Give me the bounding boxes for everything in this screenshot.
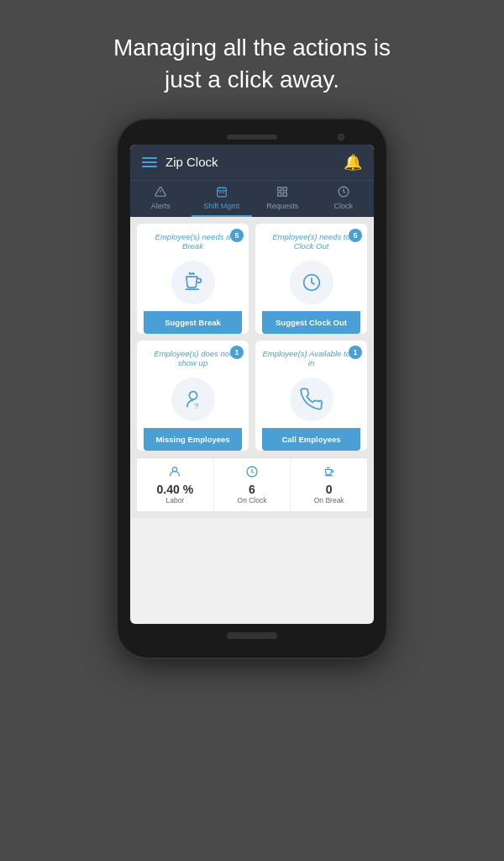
tab-alerts[interactable]: Alerts	[130, 181, 192, 217]
call-employees-icon-circle	[290, 378, 333, 421]
card-row-1: 5 Employee(s) needs a Break	[137, 224, 367, 334]
tab-clock[interactable]: Clock	[313, 181, 375, 217]
speaker-grille	[227, 135, 277, 140]
footer-labor-value: 0.40 %	[157, 483, 194, 496]
tab-shift-mgmt-label: Shift Mgmt	[203, 202, 239, 210]
missing-employees-icon-circle: ?	[171, 378, 215, 421]
svg-text:?: ?	[194, 401, 198, 409]
notification-bell-icon[interactable]: 🔔	[344, 153, 362, 172]
suggest-break-button[interactable]: Suggest Break	[144, 311, 242, 334]
volume-down-button	[114, 233, 118, 262]
suggest-clock-out-badge: 5	[349, 229, 362, 242]
tab-clock-label: Clock	[333, 202, 353, 210]
svg-rect-11	[278, 193, 281, 196]
main-content: 5 Employee(s) needs a Break	[130, 217, 374, 518]
suggest-break-icon-circle	[171, 261, 215, 304]
footer-on-clock-value: 6	[249, 483, 255, 496]
clock-small-icon	[245, 465, 259, 482]
tab-requests[interactable]: Requests	[252, 181, 313, 217]
phone-top-bar	[126, 135, 378, 140]
power-button	[386, 220, 390, 254]
hamburger-menu-button[interactable]	[142, 157, 157, 167]
suggest-clock-out-card: 5 Employee(s) needs to Clock Out Suggest…	[255, 224, 367, 334]
footer-labor-row	[168, 465, 181, 483]
card-row-2: 1 Employee(s) does not show up ? Missing…	[137, 341, 367, 451]
alerts-tab-icon	[155, 186, 166, 200]
footer-on-break-row	[323, 465, 336, 483]
svg-rect-9	[278, 187, 281, 190]
tab-shift-mgmt[interactable]: Shift Mgmt	[192, 181, 253, 217]
suggest-break-badge: 5	[230, 229, 244, 242]
footer-labor: 0.40 % Labor	[137, 458, 214, 511]
suggest-break-card: 5 Employee(s) needs a Break	[137, 224, 249, 334]
call-employees-card: 1 Employee(s) Available to fill in Call …	[255, 341, 367, 451]
tab-alerts-label: Alerts	[151, 202, 171, 210]
footer-on-clock-row	[245, 465, 259, 483]
tab-requests-label: Requests	[266, 202, 298, 210]
footer-on-break: 0 On Break	[291, 458, 367, 511]
coffee-icon	[181, 271, 205, 294]
shift-mgmt-tab-icon	[216, 186, 228, 200]
call-employees-button[interactable]: Call Employees	[262, 428, 360, 451]
missing-employees-button[interactable]: Missing Employees	[144, 428, 242, 451]
phone-icon	[300, 388, 323, 411]
volume-up-button	[114, 203, 118, 224]
home-button[interactable]	[227, 632, 277, 639]
app-title: Zip Clock	[165, 155, 218, 169]
person-icon	[168, 465, 181, 482]
missing-employees-badge: 1	[230, 346, 244, 359]
footer-labor-label: Labor	[165, 496, 184, 504]
phone-screen: Zip Clock 🔔 Alerts	[130, 145, 374, 624]
svg-rect-12	[283, 193, 286, 196]
app-header: Zip Clock 🔔	[130, 145, 374, 180]
header-left: Zip Clock	[142, 155, 218, 169]
suggest-clock-out-icon-circle	[290, 261, 333, 304]
footer-on-clock: 6 On Clock	[214, 458, 291, 511]
svg-point-16	[189, 391, 197, 399]
suggest-clock-out-label: Employee(s) needs to Clock Out	[262, 232, 360, 256]
page-headline: Managing all the actions is just a click…	[80, 32, 424, 96]
clock-tab-icon	[338, 186, 349, 200]
suggest-break-label: Employee(s) needs a Break	[144, 232, 242, 256]
coffee-small-icon	[323, 465, 336, 482]
svg-rect-10	[283, 187, 286, 190]
person-question-icon: ?	[181, 388, 205, 411]
call-employees-badge: 1	[349, 346, 362, 359]
call-employees-label: Employee(s) Available to fill in	[262, 349, 360, 372]
phone-shell: Zip Clock 🔔 Alerts	[118, 119, 386, 658]
footer-on-break-label: On Break	[314, 496, 344, 504]
missing-employees-card: 1 Employee(s) does not show up ? Missing…	[137, 341, 249, 451]
nav-tabs-bar: Alerts Shift Mgmt	[130, 180, 374, 217]
requests-tab-icon	[276, 186, 288, 200]
silent-button	[114, 269, 118, 298]
footer-status-bar: 0.40 % Labor 6 On Clock	[137, 457, 367, 511]
front-camera	[338, 134, 344, 140]
missing-employees-label: Employee(s) does not show up	[144, 349, 242, 372]
footer-on-clock-label: On Clock	[238, 496, 267, 504]
suggest-clock-out-button[interactable]: Suggest Clock Out	[262, 311, 360, 334]
clock-out-icon	[300, 271, 323, 294]
footer-on-break-value: 0	[326, 483, 333, 496]
